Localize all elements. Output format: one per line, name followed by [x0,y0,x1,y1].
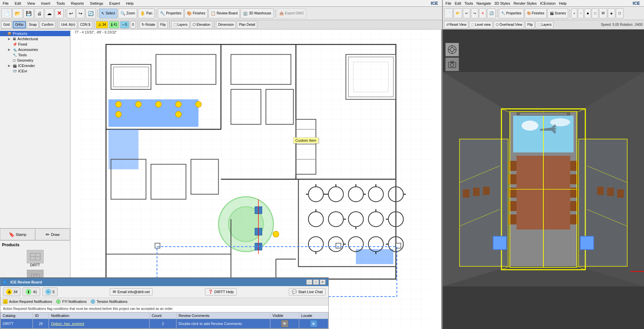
confirm-btn[interactable]: Confirm [40,21,55,28]
layers-btn2d[interactable]: ⬚ Layers [171,21,190,28]
r-style4-btn[interactable]: □ [592,8,598,18]
locate-icon[interactable]: ⊕ [310,320,317,327]
td-visible[interactable]: 👁 [270,319,299,329]
menu-r-3dstyles[interactable]: 3D Styles [493,1,512,6]
tree-item-products[interactable]: ▼ 📦 Products [0,31,70,36]
elevation-btn[interactable]: ⬡ Elevation [191,21,212,28]
tree-item-tools[interactable]: 🔧 Tools [5,52,70,58]
plan-detail-btn[interactable]: Plan Detail [237,21,257,28]
dialog-close-btn[interactable]: ✕ [320,279,326,285]
count2-btn[interactable]: ℹ 41 [109,21,119,28]
count4-btn[interactable]: 0 [130,21,136,28]
grid-btn[interactable]: Grid [1,21,12,28]
count3-btn[interactable]: ~ 5 [120,21,129,28]
menu-view[interactable]: View [26,1,37,6]
zoom-btn[interactable]: 🔍 Zoom [118,8,138,18]
select-btn[interactable]: ↖ Select [99,8,117,18]
r-refresh-btn[interactable]: 🔄 [487,8,496,18]
r-scenes-btn[interactable]: 🎬 Scenes [547,8,568,18]
notification-link[interactable]: Option_has_expired [51,322,84,326]
r-style3-btn[interactable]: ■ [584,8,591,18]
draw-btn[interactable]: ✏ Draw [35,228,70,240]
r-style5-btn[interactable]: W [599,8,607,18]
r-back-btn[interactable]: ↩ [463,8,470,18]
reset-view-btn[interactable]: ↺ Reset View [444,21,468,28]
unit-btn[interactable]: Unit: A(n) [59,21,77,28]
finishes-btn[interactable]: 🎨 Finishes [184,8,208,18]
dialog-minimize-btn[interactable]: − [306,279,312,285]
export-dwg-btn[interactable]: 📤 Export DWG [277,8,306,18]
r-open-btn[interactable]: 📂 [453,8,462,18]
r-style6-btn[interactable]: ◈ [608,8,615,18]
product-dirtt[interactable]: DIRTT [26,249,44,268]
cloud-btn[interactable]: ☁ [45,8,54,18]
menu-r-renderstyles[interactable]: Render Styles [512,1,538,6]
ortho-btn[interactable]: Ortho [13,21,26,28]
menu-r-help[interactable]: Help [557,1,568,6]
menu-r-file[interactable]: File [444,1,453,6]
warehouse-btn[interactable]: 🏢 3D Warehouse [240,8,273,18]
eye-icon[interactable]: 👁 [281,320,288,327]
td-locate[interactable]: ⊕ [299,319,328,329]
td-notification[interactable]: Option_has_expired [49,319,150,329]
help-btn[interactable]: ❓ DIRTT Help [205,288,237,295]
r-properties-btn[interactable]: 🔧 Properties [499,8,524,18]
save-btn[interactable]: 💾 [23,8,34,18]
r-new-btn[interactable]: 📄 [444,8,453,18]
menu-settings[interactable]: Settings [89,1,105,6]
rotate-btn[interactable]: ↻ Rotate [140,21,157,28]
snap-btn[interactable]: Snap [27,21,39,28]
dimension-btn[interactable]: Dimension [216,21,236,28]
refresh-btn[interactable]: 🔄 [86,8,96,18]
menu-tools[interactable]: Tools [55,1,66,6]
print-btn[interactable]: 🖨 [35,8,44,18]
tree-item-icevr[interactable]: 🥽 ICEvr [5,68,70,74]
r-style2-btn[interactable]: ▫ [578,8,584,18]
menu-r-edit[interactable]: Edit [453,1,463,6]
dialog-count3-btn[interactable]: ~ 5 [42,287,58,296]
properties-btn[interactable]: 🔧 Properties [158,8,184,18]
flip-btn[interactable]: Flip [158,21,168,28]
cdn-btn[interactable]: CDN $ [78,21,92,28]
review-board-btn[interactable]: 📋 Review Board [208,8,240,18]
table-row[interactable]: DIRTT 26 Option_has_expired 2 Double-cli… [1,319,328,329]
r-fwd-btn[interactable]: ↪ [471,8,478,18]
menu-reports[interactable]: Reports [70,1,86,6]
r-style1-btn[interactable]: ▪ [571,8,577,18]
r-layers-btn[interactable]: ⬚ Layers [536,21,553,28]
tree-item-geometry[interactable]: ⬡ Geometry [5,58,70,63]
level-view-btn[interactable]: ⬚ Level view [469,21,493,28]
menu-file[interactable]: File [1,1,10,6]
menu-r-navigate[interactable]: Navigate [475,1,492,6]
open-btn[interactable]: 📂 [12,8,23,18]
dialog-count1-btn[interactable]: ⚠ 34 [3,287,20,296]
r-flip-btn[interactable]: Flip [525,21,535,28]
overhead-view-btn[interactable]: ⬡ Overhead View [494,21,524,28]
chat-btn[interactable]: 💬 Start Live Chat [289,288,326,295]
r-style7-btn[interactable]: ⬡ [616,8,624,18]
stamp-btn[interactable]: 🔖 Stamp [0,228,35,240]
r-cancel-btn[interactable]: ✕ [479,8,486,18]
new-btn[interactable]: 📄 [1,8,12,18]
redo-btn[interactable]: ↪ [76,8,85,18]
count1-btn[interactable]: ⚠ 34 [96,21,108,28]
r-finishes-btn[interactable]: 🎨 Finishes [525,8,547,18]
menu-r-icevision[interactable]: ICEvision [539,1,557,6]
dialog-count2-btn[interactable]: ℹ 41 [22,287,40,296]
cancel-btn[interactable]: ✕ [55,8,64,18]
camera-icon-btn[interactable] [445,58,459,71]
menu-edit[interactable]: Edit [13,1,22,6]
menu-expert[interactable]: Expert [108,1,121,6]
pan-btn[interactable]: ✋ Pan [138,8,155,18]
email-btn[interactable]: ✉ Email info@dirtt.net [110,288,153,295]
target-icon-btn[interactable] [445,43,459,56]
tree-item-fixed[interactable]: 📌 Fixed [5,42,70,47]
undo-btn[interactable]: ↩ [67,8,75,18]
menu-insert[interactable]: Insert [40,1,52,6]
tree-item-icerender[interactable]: ▶ 🎬 ICErender [5,63,70,68]
dialog-maximize-btn[interactable]: □ [313,279,319,285]
menu-r-tools[interactable]: Tools [463,1,475,6]
menu-help[interactable]: Help [125,1,135,6]
tree-item-accessories[interactable]: ▶ 🔩 Accessories [5,47,70,52]
tree-item-architectural[interactable]: ▶ 🏛 Architectural [5,36,70,42]
